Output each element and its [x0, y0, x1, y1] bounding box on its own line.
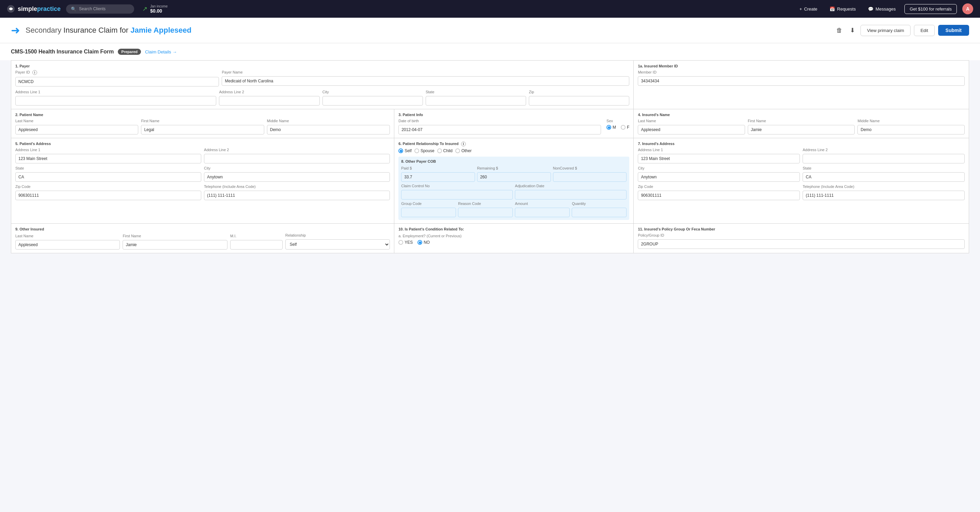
emp-yes-option[interactable]: YES — [398, 240, 413, 245]
rel-self-radio[interactable] — [398, 148, 403, 153]
rel-other-radio[interactable] — [455, 148, 460, 153]
section-5-label: 5. Patient's Address — [15, 142, 390, 146]
payer-name-input[interactable] — [222, 76, 629, 86]
section-8-cob: 8. Other Payer COB Paid $ Remaining $ No… — [398, 157, 629, 220]
s7-zip-input[interactable] — [638, 191, 800, 200]
income-display: ↗ Jan income $0.00 — [142, 5, 167, 14]
policy-id-input[interactable] — [638, 239, 965, 249]
rel-child-radio[interactable] — [437, 148, 442, 153]
remaining-input[interactable] — [477, 172, 551, 182]
noncovered-input[interactable] — [553, 172, 627, 182]
section-2-label: 2. Patient Name — [15, 113, 390, 117]
claim-details-link[interactable]: Claim Details → — [145, 49, 177, 54]
section-6-8: 6. Patient Relationship To Insured ℹ Sel… — [394, 138, 634, 224]
emp-no-option[interactable]: NO — [417, 240, 430, 245]
s7-state-input[interactable] — [803, 172, 965, 182]
emp-no-radio[interactable] — [417, 240, 422, 245]
requests-button[interactable]: 📅 Requests — [826, 5, 859, 14]
rel-spouse-radio[interactable] — [414, 148, 419, 153]
adj-date-input[interactable] — [515, 190, 627, 199]
row-4: 9. Other Insured Last Name First Name M.… — [11, 224, 969, 253]
s7-tel-input[interactable] — [803, 191, 965, 200]
rel-other-option[interactable]: Other — [455, 148, 472, 153]
paid-input[interactable] — [401, 172, 475, 182]
claim-ctrl-label: Claim Control No — [401, 184, 513, 188]
sex-m-option[interactable]: M — [606, 125, 616, 130]
income-label: Jan income — [150, 5, 167, 8]
s1-addr2-label: Address Line 2 — [219, 90, 320, 94]
rel-child-option[interactable]: Child — [437, 148, 453, 153]
claim-ctrl-input[interactable] — [401, 190, 513, 199]
sex-f-radio[interactable] — [621, 125, 625, 130]
page-header: ➜ Secondary Insurance Claim for Jamie Ap… — [0, 18, 980, 43]
s7-city-label: City — [638, 166, 800, 170]
s5-state-label: State — [15, 166, 201, 170]
s4-middle-input[interactable] — [858, 125, 965, 135]
edit-button[interactable]: Edit — [914, 25, 934, 36]
avatar[interactable]: A — [962, 3, 973, 14]
member-id-input[interactable] — [638, 76, 965, 86]
s4-first-input[interactable] — [748, 125, 855, 135]
emp-yes-radio[interactable] — [398, 240, 403, 245]
s9-rel-select[interactable]: Self Spouse Child Other — [285, 239, 390, 250]
reason-code-input[interactable] — [458, 208, 513, 217]
section-9-label: 9. Other Insured — [15, 227, 390, 231]
s1-zip-label: Zip — [529, 90, 629, 94]
s4-last-input[interactable] — [638, 125, 745, 135]
info-icon[interactable]: ℹ — [32, 70, 37, 75]
s5-state-input[interactable] — [15, 172, 201, 182]
sex-f-option[interactable]: F — [621, 125, 629, 130]
s2-first-input[interactable] — [141, 125, 264, 135]
s2-last-input[interactable] — [15, 125, 138, 135]
sex-m-radio[interactable] — [606, 125, 611, 130]
form-title: CMS-1500 Health Insurance Claim Form — [11, 49, 114, 55]
rel-spouse-option[interactable]: Spouse — [414, 148, 434, 153]
s5-addr1-input[interactable] — [15, 154, 201, 164]
s1-addr2-input[interactable] — [219, 96, 320, 105]
section6-info-icon[interactable]: ℹ — [461, 142, 466, 146]
s5-addr2-input[interactable] — [204, 154, 390, 164]
s5-tel-input[interactable] — [204, 191, 390, 200]
quantity-input[interactable] — [572, 208, 627, 217]
s1-zip-input[interactable] — [529, 96, 629, 105]
row-2: 2. Patient Name Last Name First Name Mid… — [11, 109, 969, 138]
search-bar[interactable]: 🔍 Search Clients — [66, 5, 134, 14]
rel-self-option[interactable]: Self — [398, 148, 412, 153]
s2-first-label: First Name — [141, 119, 264, 123]
messages-button[interactable]: 💬 Messages — [865, 5, 899, 14]
download-button[interactable]: ⬇ — [848, 24, 857, 36]
s7-state-label: State — [803, 166, 965, 170]
s7-addr1-input[interactable] — [638, 154, 800, 164]
s9-first-input[interactable] — [123, 240, 227, 250]
s2-last-label: Last Name — [15, 119, 138, 123]
dob-input[interactable] — [398, 125, 601, 135]
view-primary-button[interactable]: View primary claim — [861, 25, 910, 36]
referral-button[interactable]: Get $100 for referrals — [904, 4, 957, 14]
section-11-label: 11. Insured's Policy Group Or Feca Numbe… — [638, 227, 965, 231]
s5-city-input[interactable] — [204, 172, 390, 182]
relationship-radio-group: Self Spouse Child Other — [398, 148, 629, 153]
s2-middle-input[interactable] — [267, 125, 390, 135]
s2-middle-label: Middle Name — [267, 119, 390, 123]
s5-zip-input[interactable] — [15, 191, 201, 200]
s7-addr2-input[interactable] — [803, 154, 965, 164]
s9-mi-input[interactable] — [230, 240, 283, 250]
adj-date-label: Adjudication Date — [515, 184, 627, 188]
s7-city-input[interactable] — [638, 172, 800, 182]
section-8-label: 8. Other Payer COB — [401, 159, 627, 164]
s5-zip-label: Zip Code — [15, 184, 201, 189]
s5-addr1-label: Address Line 1 — [15, 148, 201, 152]
section-3: 3. Patient Info Date of birth Sex M — [394, 109, 634, 138]
group-code-input[interactable] — [401, 208, 456, 217]
s1-city-input[interactable] — [323, 96, 423, 105]
s1-state-input[interactable] — [426, 96, 526, 105]
search-icon: 🔍 — [71, 6, 76, 11]
payer-id-input[interactable] — [15, 77, 219, 86]
amount-input[interactable] — [515, 208, 570, 217]
s9-last-input[interactable] — [15, 240, 120, 250]
submit-button[interactable]: Submit — [938, 25, 969, 36]
delete-button[interactable]: 🗑 — [834, 25, 845, 36]
payer-id-label: Payer ID ℹ — [15, 70, 219, 75]
s1-addr1-input[interactable] — [15, 96, 216, 105]
create-button[interactable]: + Create — [796, 5, 821, 14]
